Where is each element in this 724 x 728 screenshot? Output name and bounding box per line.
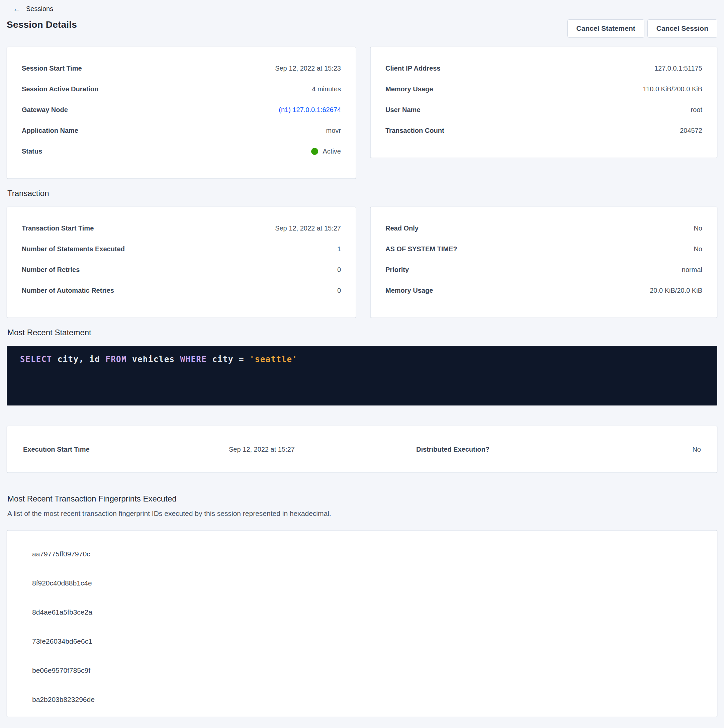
txn-memory-usage-value: 20.0 KiB/20.0 KiB [650,287,702,294]
table-row: Gateway Node (n1) 127.0.0.1:62674 [22,99,341,120]
priority-value: normal [682,266,702,274]
client-ip-value: 127.0.0.1:51175 [654,64,702,72]
transaction-row: Transaction Start Time Sep 12, 2022 at 1… [7,207,717,318]
transaction-right-card: Read Only No AS OF SYSTEM TIME? No Prior… [370,207,717,318]
info-label: Transaction Start Time [22,225,94,232]
session-info-card: Session Start Time Sep 12, 2022 at 15:23… [7,47,356,179]
sql-text: vehicles [127,355,180,364]
sessions-back-link[interactable]: ← Sessions [7,3,59,15]
status-value: Active [323,148,341,155]
transaction-count-value: 204572 [680,127,702,135]
session-active-duration-value: 4 minutes [312,85,341,93]
automatic-retries-value: 0 [337,287,341,294]
info-label: Number of Automatic Retries [22,287,114,294]
status-active-dot-icon [311,148,318,155]
table-row: Client IP Address 127.0.0.1:51175 [386,58,702,79]
sql-string-literal: 'seattle' [249,355,298,364]
status-badge: Active [311,148,341,155]
transaction-section-heading: Transaction [8,189,717,198]
table-row: Number of Retries 0 [22,259,341,280]
sql-statement-box: SELECT city, id FROM vehicles WHERE city… [7,346,717,405]
table-row: Number of Statements Executed 1 [22,239,341,259]
info-label: Status [22,148,42,155]
info-label: Gateway Node [22,106,68,114]
list-item: 73fe26034bd6e6c1 [7,627,717,656]
client-info-card: Client IP Address 127.0.0.1:51175 Memory… [370,47,717,158]
list-item: be06e9570f785c9f [7,656,717,685]
table-row: User Name root [386,99,702,120]
table-row: Number of Automatic Retries 0 [22,280,341,301]
fingerprints-description: A list of the most recent transaction fi… [8,509,717,518]
statements-executed-value: 1 [337,245,341,253]
page-title: Session Details [7,19,77,30]
breadcrumb: Sessions [26,5,53,13]
execution-start-time-value: Sep 12, 2022 at 15:27 [229,446,416,453]
statement-section-heading: Most Recent Statement [8,328,717,337]
fingerprints-section-heading: Most Recent Transaction Fingerprints Exe… [8,494,717,503]
info-label: Transaction Count [386,127,444,135]
memory-usage-value: 110.0 KiB/200.0 KiB [643,85,702,93]
transaction-start-time-value: Sep 12, 2022 at 15:27 [275,225,341,232]
session-details-page: ← Sessions Session Details Cancel Statem… [0,0,724,717]
application-name-value: movr [326,127,341,135]
info-label: Memory Usage [386,287,433,294]
table-row: Transaction Count 204572 [386,120,702,141]
table-row: Session Active Duration 4 minutes [22,79,341,99]
table-row: Session Start Time Sep 12, 2022 at 15:23 [22,58,341,79]
cancel-session-button[interactable]: Cancel Session [647,19,717,37]
info-label: Client IP Address [386,64,441,72]
table-row: Memory Usage 20.0 KiB/20.0 KiB [386,280,702,301]
list-item: ba2b203b823296de [7,685,717,714]
info-label: Execution Start Time [23,446,229,453]
sql-statement: SELECT city, id FROM vehicles WHERE city… [20,355,297,364]
table-row: Read Only No [386,218,702,239]
info-label: Number of Statements Executed [22,245,125,253]
user-name-value: root [691,106,702,114]
transaction-left-card: Transaction Start Time Sep 12, 2022 at 1… [7,207,356,318]
sql-text: city = [207,355,249,364]
table-row: Transaction Start Time Sep 12, 2022 at 1… [22,218,341,239]
table-row: Priority normal [386,259,702,280]
info-label: Application Name [22,127,78,135]
info-label: Distributed Execution? [416,446,603,453]
arrow-left-icon: ← [13,5,21,13]
gateway-node-link[interactable]: (n1) 127.0.0.1:62674 [279,106,341,114]
info-label: AS OF SYSTEM TIME? [386,245,457,253]
as-of-system-time-value: No [693,245,702,253]
retries-value: 0 [337,266,341,274]
info-label: Memory Usage [386,85,433,93]
sql-text: city, id [52,355,106,364]
list-item: aa79775ff097970c [7,539,717,568]
info-label: Number of Retries [22,266,80,274]
read-only-value: No [693,225,702,232]
sql-keyword: FROM [106,355,127,364]
info-label: Session Start Time [22,64,82,72]
cancel-statement-button[interactable]: Cancel Statement [568,19,644,37]
table-row: AS OF SYSTEM TIME? No [386,239,702,259]
sql-keyword: SELECT [20,355,52,364]
execution-card: Execution Start Time Sep 12, 2022 at 15:… [7,426,717,473]
distributed-execution-value: No [603,446,701,453]
fingerprints-card: aa79775ff097970c 8f920c40d88b1c4e 8d4ae6… [7,530,717,717]
list-item: 8f920c40d88b1c4e [7,568,717,598]
table-row: Application Name movr [22,120,341,141]
table-row: Memory Usage 110.0 KiB/200.0 KiB [386,79,702,99]
session-summary-row: Session Start Time Sep 12, 2022 at 15:23… [7,47,717,179]
page-header: Session Details Cancel Statement Cancel … [7,19,717,37]
table-row: Status Active [22,141,341,162]
info-label: Session Active Duration [22,85,98,93]
info-label: Priority [386,266,409,274]
session-start-time-value: Sep 12, 2022 at 15:23 [275,64,341,72]
header-actions: Cancel Statement Cancel Session [568,19,717,37]
list-item: 8d4ae61a5fb3ce2a [7,598,717,627]
info-label: Read Only [386,225,419,232]
sql-keyword: WHERE [180,355,207,364]
info-label: User Name [386,106,421,114]
